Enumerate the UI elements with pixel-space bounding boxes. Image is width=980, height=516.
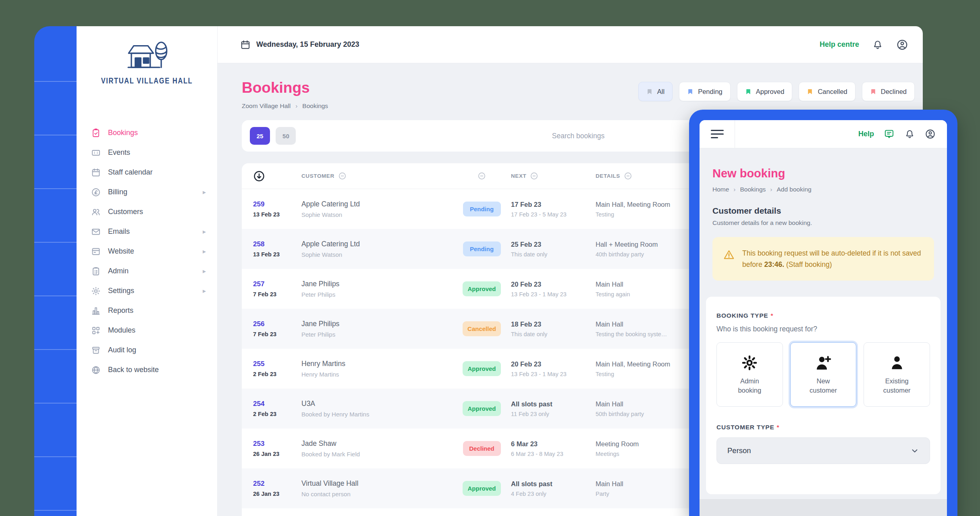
page-size-button[interactable]: 25 <box>250 127 270 145</box>
sidebar-item[interactable]: Admin ▸ <box>77 261 217 281</box>
sidebar-item-icon <box>91 326 101 335</box>
cell-next: 25 Feb 23 This date only <box>507 241 590 258</box>
cell-booking-id: 258 13 Feb 23 <box>253 240 301 258</box>
status-badge: Pending <box>463 241 501 256</box>
sidebar-item[interactable]: Billing ▸ <box>77 182 217 202</box>
sidebar-item-label: Customers <box>108 208 143 216</box>
download-circle-icon[interactable] <box>253 170 265 182</box>
option-label: Existing customer <box>877 377 917 395</box>
required-asterisk: * <box>770 312 773 319</box>
column-customer: CUSTOMER <box>301 172 457 180</box>
cell-customer: Henry Martins Henry Martins <box>301 360 457 378</box>
sidebar-item-label: Modules <box>108 326 135 335</box>
app-canvas: VIRTUAL VILLAGE HALL Bookings Events <box>0 0 980 516</box>
cell-booking-id: 253 26 Jan 23 <box>253 440 301 457</box>
sidebar-item[interactable]: Events <box>77 143 217 162</box>
help-link[interactable]: Help <box>858 130 874 138</box>
page-title: Bookings <box>242 79 328 96</box>
status-badge: Approved <box>463 481 500 496</box>
page-header: Bookings Zoom Village Hall › Bookings Al… <box>218 63 923 110</box>
breadcrumb-home[interactable]: Home <box>712 186 729 193</box>
sidebar-item-label: Audit log <box>108 346 136 354</box>
sidebar-item[interactable]: Website ▸ <box>77 241 217 261</box>
cell-booking-id: 254 2 Feb 23 <box>253 400 301 417</box>
sort-minus-icon[interactable] <box>478 172 486 180</box>
booking-type-card: Booking type* Who is this booking reques… <box>706 297 941 494</box>
cell-booking-id: 252 26 Jan 23 <box>253 480 301 497</box>
bell-icon[interactable] <box>904 129 915 139</box>
sidebar-item-label: Staff calendar <box>108 168 153 177</box>
chat-bubble-icon[interactable] <box>884 129 895 139</box>
booking-type-option[interactable]: New customer <box>790 342 857 407</box>
filter-chip-label: Pending <box>698 88 723 96</box>
sidebar-item[interactable]: Emails ▸ <box>77 222 217 241</box>
filter-chip[interactable]: Declined <box>862 82 915 101</box>
submenu-arrow-icon: ▸ <box>203 248 206 255</box>
breadcrumb-current: Add booking <box>777 186 811 193</box>
cell-customer: Apple Catering Ltd Sophie Watson <box>301 200 457 218</box>
sidebar-item-label: Billing <box>108 188 127 196</box>
column-status <box>457 172 507 180</box>
sidebar-item[interactable]: Staff calendar <box>77 162 217 182</box>
user-avatar-icon[interactable] <box>925 129 936 139</box>
booking-type-options: Admin booking New customer Existing cust… <box>716 342 930 407</box>
sort-minus-icon[interactable] <box>530 172 538 180</box>
customer-type-select[interactable]: Person <box>716 437 930 464</box>
cell-next: 17 Feb 23 17 Feb 23 - 5 May 23 <box>507 201 590 218</box>
breadcrumb: Zoom Village Hall › Bookings <box>242 102 328 110</box>
sidebar-item[interactable]: Bookings <box>77 123 217 143</box>
submenu-arrow-icon: ▸ <box>203 228 206 235</box>
sort-minus-icon[interactable] <box>624 172 632 180</box>
warning-triangle-icon <box>723 249 735 261</box>
sidebar-item[interactable]: Reports <box>77 301 217 320</box>
option-label: New customer <box>803 377 843 395</box>
filter-chip[interactable]: Approved <box>737 82 793 101</box>
cell-status: Approved <box>457 481 507 496</box>
status-badge: Declined <box>463 441 501 456</box>
sidebar-item-icon <box>91 168 101 177</box>
breadcrumb-bookings[interactable]: Bookings <box>740 186 766 193</box>
sidebar-item-label: Back to website <box>108 366 159 374</box>
sort-minus-icon[interactable] <box>338 172 347 180</box>
filter-chip[interactable]: All <box>638 82 673 101</box>
sidebar-item[interactable]: Settings ▸ <box>77 281 217 301</box>
chevron-down-icon <box>910 446 919 455</box>
filter-chip-label: Cancelled <box>818 88 847 96</box>
cell-next: All slots past 4 Feb 23 only <box>507 480 590 497</box>
booking-type-option[interactable]: Existing customer <box>864 342 930 407</box>
help-centre-link[interactable]: Help centre <box>820 40 859 49</box>
cell-customer: U3A Booked by Henry Martins <box>301 399 457 418</box>
customer-type-value: Person <box>727 446 751 455</box>
cell-next: All slots past 11 Feb 23 only <box>507 400 590 417</box>
sidebar-item-icon <box>91 247 101 256</box>
panel-title: New booking <box>712 167 934 180</box>
status-filter-chips: All Pending Approved Cancelled <box>638 82 915 101</box>
cell-status: Approved <box>457 361 507 376</box>
sidebar-item[interactable]: Modules <box>77 320 217 340</box>
section-title: Customer details <box>712 206 934 216</box>
filter-chip[interactable]: Pending <box>679 82 731 101</box>
sidebar-item[interactable]: Audit log <box>77 340 217 360</box>
cell-customer: Jane Philips Peter Philips <box>301 280 457 298</box>
sidebar-item-label: Emails <box>108 227 130 236</box>
sidebar-item[interactable]: Back to website <box>77 360 217 380</box>
date-text: Wednesday, 15 February 2023 <box>256 40 359 49</box>
bell-icon[interactable] <box>872 39 883 50</box>
cell-next: 20 Feb 23 13 Feb 23 - 1 May 23 <box>507 281 590 298</box>
sidebar-item[interactable]: Customers <box>77 202 217 222</box>
customer-type-label: Customer type* <box>716 424 930 431</box>
menu-icon[interactable] <box>700 120 735 148</box>
bookmark-icon <box>687 88 693 96</box>
sidebar-item-label: Website <box>108 247 134 256</box>
mobile-panel-screen: Help New booking Home › Bookings › Add b… <box>700 120 947 516</box>
warning-text: This booking request will be auto-delete… <box>742 248 924 270</box>
page-size-button[interactable]: 50 <box>276 127 296 145</box>
filter-chip[interactable]: Cancelled <box>799 82 855 101</box>
booking-type-option[interactable]: Admin booking <box>716 342 783 407</box>
cell-next: 18 Feb 23 This date only <box>507 320 590 337</box>
user-avatar-icon[interactable] <box>896 39 908 51</box>
breadcrumb-root[interactable]: Zoom Village Hall <box>242 102 291 110</box>
status-badge: Cancelled <box>463 321 501 336</box>
cell-status: Declined <box>457 441 507 456</box>
panel-topbar-actions: Help <box>858 129 947 139</box>
